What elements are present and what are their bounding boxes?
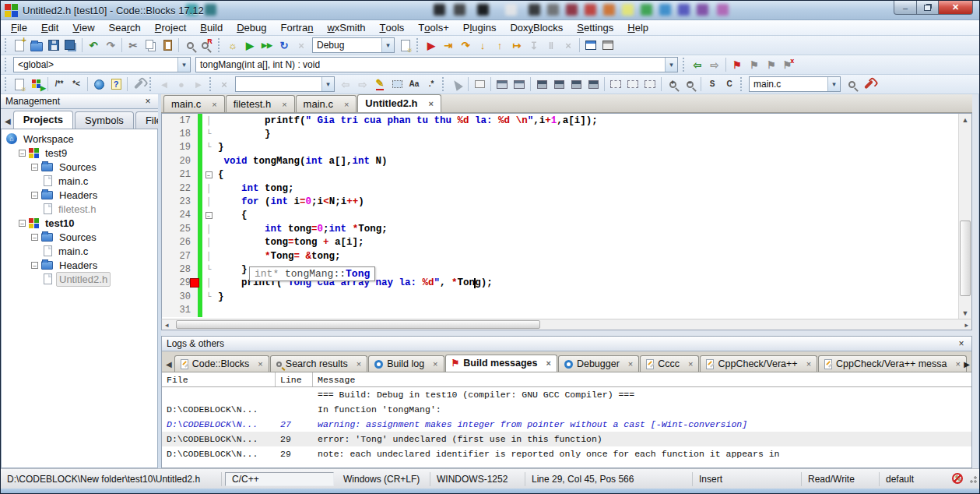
log-tab-code-blocks[interactable]: Code::Blocks× <box>174 355 269 372</box>
new-file-button[interactable] <box>11 37 28 54</box>
log-tab-build-log[interactable]: Build log× <box>368 355 444 372</box>
menu-plugins[interactable]: Plugins <box>456 20 504 35</box>
code-line[interactable]: 22│ int tong; <box>162 182 958 195</box>
tree-collapse-icon[interactable]: – <box>19 220 26 227</box>
source-view-button[interactable]: S <box>704 76 721 93</box>
chevron-down-icon[interactable]: ▾ <box>665 58 677 72</box>
tree-item-untitled2-h[interactable]: Untitled2.h <box>2 272 157 286</box>
tree-item-test9[interactable]: –test9 <box>2 146 157 160</box>
fold-margin[interactable] <box>202 303 215 316</box>
code-line[interactable]: 18└ } <box>162 127 958 140</box>
code-line[interactable]: 31 <box>162 303 958 316</box>
clear-search-button[interactable]: × <box>216 76 233 93</box>
find-symbol-button[interactable] <box>843 76 860 93</box>
use-regex-button[interactable]: .* <box>423 76 440 93</box>
tab-symbols[interactable]: Symbols <box>75 111 134 129</box>
management-close-icon[interactable]: × <box>142 96 153 107</box>
code-line[interactable]: 17│ printf(" Gia tri cua phan tu thu %d … <box>162 114 958 127</box>
jump-forward-button[interactable]: ⇨ <box>706 56 723 73</box>
toggle-bookmark-button[interactable]: ⚑ <box>729 56 746 73</box>
log-tab-search-results[interactable]: Search results× <box>270 355 367 372</box>
incremental-search-combo[interactable]: ▾ <box>235 76 335 92</box>
tab-close-icon[interactable]: × <box>628 359 633 369</box>
wxsmith-stretch-button[interactable] <box>624 76 641 93</box>
code-editor[interactable]: 17│ printf(" Gia tri cua phan tu thu %d … <box>161 113 972 319</box>
save-button[interactable] <box>45 37 62 54</box>
fold-margin[interactable]: │ <box>202 277 215 290</box>
resize-grip[interactable] <box>968 475 978 484</box>
fold-margin[interactable]: │ <box>202 236 215 249</box>
toggle-highlight-button[interactable]: ✎ <box>371 76 388 93</box>
tree-item-main-c[interactable]: main.c <box>2 244 157 258</box>
tree-item-filetest-h[interactable]: filetest.h <box>2 202 157 216</box>
editor-tab-main-c[interactable]: main.c× <box>296 95 357 112</box>
scope-combo[interactable]: <global>▾ <box>13 57 191 72</box>
tab-close-icon[interactable]: × <box>258 359 262 369</box>
run-button[interactable]: ▶ <box>241 37 258 54</box>
table-row[interactable]: D:\CODEBLOCK\N...29error: 'Tong' undecla… <box>162 432 971 446</box>
block-comment-button[interactable]: /** <box>51 76 68 93</box>
copy-button[interactable] <box>142 37 159 54</box>
step-out-button[interactable]: ↑ <box>491 37 508 54</box>
previous-bookmark-button[interactable]: ⚑ <box>746 56 763 73</box>
clear-bookmarks-button[interactable]: ⚑x <box>780 56 797 73</box>
fold-margin[interactable]: └ <box>202 290 215 303</box>
code-line[interactable]: 26│ tong=tong + a[i]; <box>162 236 958 249</box>
build-and-run-button[interactable]: ▶▶ <box>258 37 276 54</box>
wxsmith-expand-button[interactable] <box>607 76 624 93</box>
search-backward-button[interactable]: ⇦ <box>337 76 354 93</box>
zoom-out-button[interactable] <box>681 76 698 93</box>
menu-help[interactable]: Help <box>620 20 655 35</box>
tree-item-workspace[interactable]: ⌂Workspace <box>2 132 157 146</box>
fold-margin[interactable]: │ <box>202 249 215 263</box>
undo-button[interactable]: ↶ <box>85 37 102 54</box>
code-line[interactable]: 20 void tongMang(int a[],int N) <box>162 154 958 168</box>
toolbar-grip[interactable] <box>149 77 153 91</box>
break-debugger-button[interactable]: ‖ <box>543 37 560 54</box>
menu-doxyblocks[interactable]: DoxyBlocks <box>503 20 570 35</box>
tab-close-icon[interactable]: × <box>433 359 437 369</box>
log-tab-build-messages[interactable]: ⚑Build messages× <box>445 355 557 372</box>
redo-button[interactable]: ↷ <box>102 37 119 54</box>
wxsmith-border-bottom-button[interactable] <box>550 76 567 93</box>
tab-close-icon[interactable]: × <box>212 100 216 109</box>
scroll-down-icon[interactable]: ▼ <box>962 307 969 319</box>
debugging-windows-button[interactable] <box>582 37 599 54</box>
log-tab-debugger[interactable]: Debugger× <box>558 355 639 372</box>
chevron-down-icon[interactable]: ▾ <box>321 77 334 91</box>
menu-build[interactable]: Build <box>193 20 230 35</box>
table-row[interactable]: D:\CODEBLOCK\N...27warning: assignment m… <box>162 417 971 432</box>
menu-project[interactable]: Project <box>148 20 193 35</box>
tab-close-icon[interactable]: × <box>546 358 550 368</box>
fold-margin[interactable]: │ <box>202 114 215 127</box>
menu-tools[interactable]: Tools <box>373 20 412 35</box>
fold-margin[interactable]: └ <box>202 127 215 140</box>
zoom-in-button[interactable] <box>664 76 681 93</box>
toolbar-grip[interactable] <box>209 77 213 91</box>
table-row[interactable]: === Build: Debug in test10 (compiler: GN… <box>162 387 971 402</box>
vscroll-thumb[interactable] <box>960 221 971 296</box>
toolbar-grip[interactable] <box>5 38 9 52</box>
toolbar-grip[interactable] <box>218 38 222 52</box>
editor-tab-untitled2-h[interactable]: Untitled2.h× <box>357 94 441 112</box>
selected-text-only-button[interactable] <box>388 76 406 93</box>
wxsmith-border-fill-button[interactable] <box>585 76 602 93</box>
code-line[interactable]: 24– { <box>162 209 958 222</box>
editor-tab-main-c[interactable]: main.c× <box>163 95 225 112</box>
save-all-button[interactable] <box>62 37 79 54</box>
column-header-line[interactable]: Line <box>276 372 313 386</box>
table-row[interactable]: D:\CODEBLOCK\N...29note: each undeclared… <box>162 446 971 461</box>
editor-tab-filetest-h[interactable]: filetest.h× <box>226 95 295 112</box>
column-header-message[interactable]: Message <box>313 372 971 386</box>
tree-collapse-icon[interactable]: – <box>19 150 26 157</box>
build-button[interactable]: ☼ <box>224 37 241 54</box>
match-case-button[interactable]: Aa <box>406 76 423 93</box>
editor-vertical-scrollbar[interactable]: ▲ ▼ <box>958 114 971 319</box>
fold-collapse-icon[interactable]: – <box>205 212 213 219</box>
fold-margin[interactable] <box>202 154 215 168</box>
highlight-occurrence-button[interactable]: ● <box>173 76 190 93</box>
tree-collapse-icon[interactable]: – <box>31 192 38 199</box>
tab-close-icon[interactable]: × <box>806 359 811 369</box>
tab-files[interactable]: Files <box>135 111 158 129</box>
menu-search[interactable]: Search <box>102 20 148 35</box>
